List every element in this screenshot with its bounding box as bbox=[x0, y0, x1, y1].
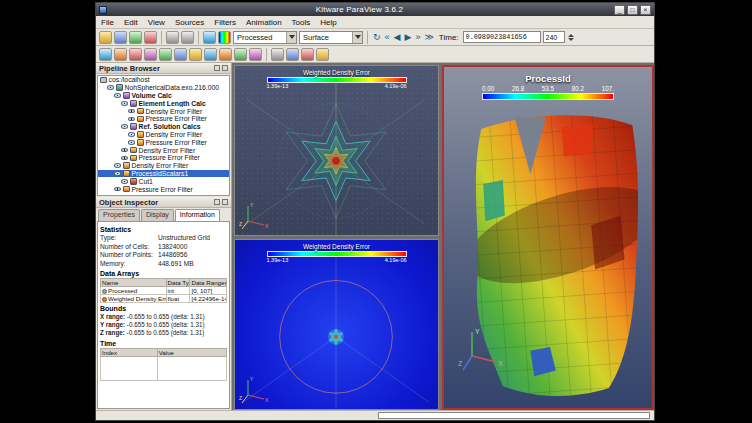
warp-filter-icon[interactable] bbox=[219, 48, 232, 61]
visibility-eye-icon[interactable] bbox=[128, 117, 135, 122]
tab-information[interactable]: Information bbox=[175, 209, 220, 221]
slice-filter-icon[interactable] bbox=[144, 48, 157, 61]
orientation-axes-widget[interactable]: X Y Z bbox=[239, 373, 271, 405]
pipeline-item-ref-solution-calcs[interactable]: Ref. Solution Calcs bbox=[98, 123, 229, 131]
group-datasets-icon[interactable] bbox=[234, 48, 247, 61]
column-header[interactable]: Name bbox=[101, 279, 167, 287]
column-header[interactable]: Data Type bbox=[166, 279, 190, 287]
pipeline-item-server[interactable]: cos:/localhost bbox=[98, 76, 229, 84]
first-frame-icon[interactable]: « bbox=[384, 31, 391, 44]
visibility-eye-icon[interactable] bbox=[114, 171, 121, 176]
pipeline-item-reader[interactable]: NohSphericalData.exo.216.000 bbox=[98, 84, 229, 92]
pipeline-item-element-length-calc[interactable]: Element Length Calc bbox=[98, 99, 229, 107]
save-icon[interactable] bbox=[114, 31, 127, 44]
pipeline-item-pressure-error[interactable]: Pressure Error Filter bbox=[98, 154, 229, 162]
open-file-icon[interactable] bbox=[99, 31, 112, 44]
titlebar[interactable]: Kitware ParaView 3.6.2 _ □ × bbox=[96, 3, 654, 16]
pipeline-item-cut1[interactable]: Cut1 bbox=[98, 177, 229, 185]
pipeline-item-density-error[interactable]: Density Error Filter bbox=[98, 162, 229, 170]
column-header[interactable]: Data Ranges bbox=[190, 279, 227, 287]
visibility-eye-icon[interactable] bbox=[121, 101, 128, 106]
dock-float-icon[interactable] bbox=[214, 65, 220, 71]
connect-icon[interactable] bbox=[129, 31, 142, 44]
tab-properties[interactable]: Properties bbox=[98, 209, 140, 221]
menu-file[interactable]: File bbox=[96, 18, 119, 27]
table-row[interactable]: Processed int [0, 107] bbox=[101, 287, 227, 295]
camera-z-icon[interactable] bbox=[316, 48, 329, 61]
visibility-eye-icon[interactable] bbox=[128, 140, 135, 145]
colorbar-processid[interactable]: ProcessId 0.00 26.8 53.5 80.2 107. bbox=[482, 73, 614, 100]
tab-display[interactable]: Display bbox=[141, 209, 174, 221]
visibility-eye-icon[interactable] bbox=[121, 148, 128, 153]
visibility-eye-icon[interactable] bbox=[107, 85, 114, 90]
stream-tracer-icon[interactable] bbox=[204, 48, 217, 61]
visibility-eye-icon[interactable] bbox=[121, 124, 128, 129]
visibility-eye-icon[interactable] bbox=[128, 132, 135, 137]
colorbar-bottom[interactable]: Weighted Density Error 1.39e-13 4.19e-06 bbox=[267, 243, 407, 264]
visibility-eye-icon[interactable] bbox=[121, 179, 128, 184]
menu-filters[interactable]: Filters bbox=[209, 18, 241, 27]
visibility-eye-icon[interactable] bbox=[114, 93, 121, 98]
play-icon[interactable]: ▶ bbox=[403, 31, 412, 44]
calculator-filter-icon[interactable] bbox=[99, 48, 112, 61]
column-header[interactable]: Value bbox=[157, 348, 226, 356]
pipeline-item-pressure-error[interactable]: Pressure Error Filter bbox=[98, 138, 229, 146]
pipeline-item-density-error[interactable]: Density Error Filter bbox=[98, 146, 229, 154]
visibility-eye-icon[interactable] bbox=[114, 163, 121, 168]
colorbar-top[interactable]: Weighted Density Error 1.39e-13 4.19e-06 bbox=[267, 69, 407, 90]
dock-close-icon[interactable] bbox=[222, 65, 228, 71]
select-cells-icon[interactable] bbox=[203, 31, 216, 44]
menu-edit[interactable]: Edit bbox=[119, 18, 143, 27]
threshold-filter-icon[interactable] bbox=[159, 48, 172, 61]
visibility-eye-icon[interactable] bbox=[128, 109, 135, 114]
pipeline-item-density-error[interactable]: Density Error Filter bbox=[98, 131, 229, 139]
time-input[interactable] bbox=[463, 31, 541, 43]
representation-select[interactable]: Surface bbox=[299, 31, 363, 44]
object-inspector-header[interactable]: Object Inspector bbox=[96, 197, 231, 208]
table-row[interactable]: Weighted Density Error float [4.22496e-1… bbox=[101, 295, 227, 303]
pipeline-item-processid-scalars[interactable]: ProcessIdScalars1 bbox=[98, 170, 229, 178]
glyph-filter-icon[interactable] bbox=[189, 48, 202, 61]
extract-level-icon[interactable] bbox=[249, 48, 262, 61]
frame-spinner-arrows[interactable] bbox=[568, 34, 574, 41]
visibility-eye-icon[interactable] bbox=[114, 187, 121, 192]
dock-float-icon[interactable] bbox=[214, 199, 220, 205]
menu-sources[interactable]: Sources bbox=[170, 18, 209, 27]
pipeline-browser-header[interactable]: Pipeline Browser bbox=[96, 63, 231, 74]
maximize-button[interactable]: □ bbox=[627, 5, 638, 15]
extract-subset-icon[interactable] bbox=[174, 48, 187, 61]
pipeline-item-pressure-error[interactable]: Pressure Error Filter bbox=[98, 115, 229, 123]
pipeline-item-volume-calc[interactable]: Volume Calc bbox=[98, 92, 229, 100]
menu-help[interactable]: Help bbox=[315, 18, 341, 27]
loop-icon[interactable]: ↻ bbox=[372, 31, 382, 44]
menu-view[interactable]: View bbox=[143, 18, 170, 27]
camera-y-icon[interactable] bbox=[301, 48, 314, 61]
render-view-right-active[interactable]: ProcessId 0.00 26.8 53.5 80.2 107. bbox=[442, 65, 654, 410]
pipeline-item-density-error[interactable]: Density Error Filter bbox=[98, 107, 229, 115]
camera-x-icon[interactable] bbox=[286, 48, 299, 61]
clip-filter-icon[interactable] bbox=[129, 48, 142, 61]
last-frame-icon[interactable]: ≫ bbox=[423, 31, 434, 44]
render-view-bottom[interactable]: Weighted Density Error 1.39e-13 4.19e-06 bbox=[234, 239, 439, 410]
camera-reset-icon[interactable] bbox=[271, 48, 284, 61]
disconnect-icon[interactable] bbox=[144, 31, 157, 44]
minimize-button[interactable]: _ bbox=[614, 5, 625, 15]
next-frame-icon[interactable]: » bbox=[414, 31, 421, 44]
pipeline-item-pressure-error[interactable]: Pressure Error Filter bbox=[98, 185, 229, 193]
previous-frame-icon[interactable]: ◀ bbox=[393, 31, 402, 44]
close-button[interactable]: × bbox=[640, 5, 651, 15]
orientation-axes-widget[interactable]: X Y Z bbox=[239, 199, 271, 231]
dock-close-icon[interactable] bbox=[222, 199, 228, 205]
redo-icon[interactable] bbox=[181, 31, 194, 44]
undo-icon[interactable] bbox=[166, 31, 179, 44]
orientation-axes-widget[interactable]: X Y Z bbox=[458, 322, 510, 374]
menu-animation[interactable]: Animation bbox=[241, 18, 287, 27]
render-view-top[interactable]: Weighted Density Error 1.39e-13 4.19e-06 bbox=[234, 65, 439, 236]
visibility-eye-icon[interactable] bbox=[121, 156, 128, 161]
color-legend-icon[interactable] bbox=[218, 31, 231, 44]
color-by-select[interactable]: Processed bbox=[233, 31, 297, 44]
frame-spinner[interactable] bbox=[543, 31, 565, 43]
menu-tools[interactable]: Tools bbox=[287, 18, 316, 27]
contour-filter-icon[interactable] bbox=[114, 48, 127, 61]
column-header[interactable]: Index bbox=[101, 348, 158, 356]
